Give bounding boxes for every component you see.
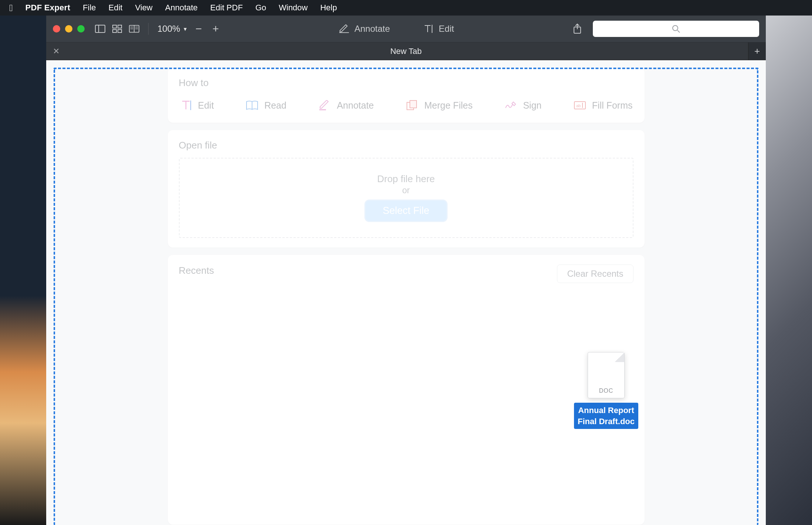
svg-text:ab: ab <box>576 103 581 108</box>
annotate-pen-icon <box>339 24 349 34</box>
recents-heading: Recents <box>179 265 214 276</box>
macos-menubar:  PDF Expert File Edit View Annotate Edi… <box>0 0 812 16</box>
signature-icon <box>504 99 517 112</box>
drop-zone[interactable]: Drop file here or Select File <box>179 158 633 238</box>
svg-rect-2 <box>113 25 116 28</box>
app-name[interactable]: PDF Expert <box>26 3 71 13</box>
apple-menu-icon[interactable]:  <box>9 2 13 14</box>
howto-read[interactable]: Read <box>246 99 286 112</box>
window-zoom-button[interactable] <box>77 25 85 33</box>
menu-annotate[interactable]: Annotate <box>165 3 198 13</box>
edit-mode-button[interactable]: Edit <box>423 24 454 34</box>
menu-edit-pdf[interactable]: Edit PDF <box>210 3 243 13</box>
howto-heading: How to <box>179 77 633 89</box>
tab-add-button[interactable]: + <box>748 42 766 60</box>
howto-panel: How to Edit Read Annotate Merge Files <box>168 68 645 123</box>
menu-go[interactable]: Go <box>255 3 266 13</box>
howto-sign-label: Sign <box>523 100 541 111</box>
howto-annotate[interactable]: Annotate <box>318 99 374 112</box>
howto-read-label: Read <box>264 100 286 111</box>
zoom-out-button[interactable]: − <box>193 23 204 35</box>
sidebar-toggle-icon[interactable] <box>95 24 105 34</box>
howto-fill-label: Fill Forms <box>592 100 633 111</box>
openfile-panel: Open file Drop file here or Select File <box>168 130 645 248</box>
menu-window[interactable]: Window <box>279 3 308 13</box>
desktop-wallpaper-right <box>766 16 812 525</box>
drop-text: Drop file here <box>180 173 633 185</box>
menu-view[interactable]: View <box>135 3 152 13</box>
book-icon <box>246 99 258 112</box>
form-field-icon: ab <box>574 99 586 112</box>
window-toolbar: 100% ▾ − + Annotate Edit <box>46 16 766 42</box>
drop-or-text: or <box>180 185 633 195</box>
tab-close-button[interactable]: ✕ <box>53 47 60 56</box>
howto-merge[interactable]: Merge Files <box>406 99 473 112</box>
merge-files-icon <box>406 99 418 112</box>
tab-title: New Tab <box>390 47 422 56</box>
svg-rect-3 <box>118 25 122 28</box>
svg-rect-21 <box>410 100 417 108</box>
annotate-mode-label: Annotate <box>354 24 390 34</box>
app-window: 100% ▾ − + Annotate Edit <box>46 16 766 525</box>
toolbar-divider <box>148 23 149 35</box>
share-icon[interactable] <box>572 24 582 34</box>
svg-rect-5 <box>118 30 122 33</box>
howto-edit[interactable]: Edit <box>180 99 214 112</box>
svg-line-17 <box>677 30 680 33</box>
annotate-mode-button[interactable]: Annotate <box>339 24 390 34</box>
search-input[interactable] <box>593 21 759 37</box>
menu-file[interactable]: File <box>83 3 96 13</box>
search-icon <box>672 25 680 33</box>
howto-annotate-label: Annotate <box>337 100 374 111</box>
howto-fill-forms[interactable]: ab Fill Forms <box>574 99 633 112</box>
edit-mode-label: Edit <box>439 24 454 34</box>
zoom-in-button[interactable]: + <box>210 23 221 35</box>
two-page-view-icon[interactable] <box>129 24 139 34</box>
select-file-button[interactable]: Select File <box>366 201 446 221</box>
svg-rect-0 <box>95 25 105 33</box>
chevron-down-icon: ▾ <box>184 25 187 33</box>
grid-view-icon[interactable] <box>112 24 122 34</box>
recents-panel: Recents Clear Recents <box>168 255 645 525</box>
howto-edit-label: Edit <box>198 100 214 111</box>
svg-rect-4 <box>113 30 116 33</box>
openfile-heading: Open file <box>179 140 633 151</box>
menu-edit[interactable]: Edit <box>109 3 123 13</box>
desktop-wallpaper-left <box>0 16 46 525</box>
text-edit-icon <box>180 99 192 112</box>
edit-text-icon <box>423 24 434 34</box>
content-area: How to Edit Read Annotate Merge Files <box>46 60 766 525</box>
highlighter-icon <box>318 99 331 112</box>
window-close-button[interactable] <box>53 25 60 33</box>
window-minimize-button[interactable] <box>65 25 72 33</box>
howto-merge-label: Merge Files <box>424 100 473 111</box>
clear-recents-button[interactable]: Clear Recents <box>557 265 633 283</box>
menu-help[interactable]: Help <box>320 3 337 13</box>
svg-point-16 <box>673 25 678 31</box>
tab-bar: ✕ New Tab + <box>46 42 766 60</box>
traffic-lights <box>53 25 85 33</box>
howto-sign[interactable]: Sign <box>504 99 541 112</box>
zoom-control[interactable]: 100% ▾ <box>157 24 187 34</box>
zoom-value: 100% <box>157 24 180 34</box>
